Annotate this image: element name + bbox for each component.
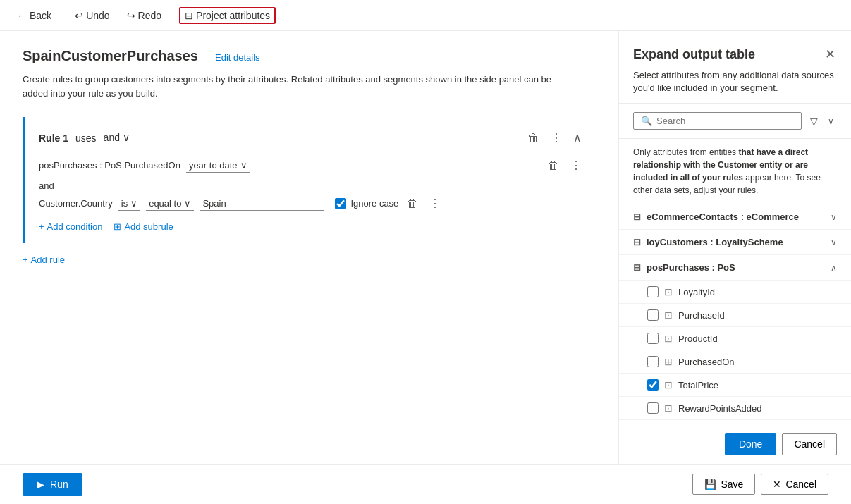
attr-icon-purchaseid: ⊡ [664, 309, 673, 321]
redo-button[interactable]: ↪ Redo [121, 7, 167, 24]
attr-label-loyaltyid: LoyaltyId [678, 287, 715, 297]
group-ecommerce-header[interactable]: ⊟ eCommerceContacts : eCommerce ∨ [619, 204, 851, 230]
project-attributes-button[interactable]: ⊟ Project attributes [179, 7, 276, 24]
edit-details-link[interactable]: Edit details [215, 52, 260, 63]
back-button[interactable]: ← Back [11, 7, 57, 24]
and-separator: and [39, 180, 584, 191]
condition2-operator1-dropdown[interactable]: is ∨ [118, 197, 140, 211]
add-subrule-button[interactable]: ⊞ Add subrule [114, 221, 173, 232]
rule-name: Rule 1 [39, 133, 68, 144]
redo-icon: ↪ [127, 10, 135, 21]
rule-label: Rule 1 uses and ∨ [39, 130, 133, 145]
condition2-value-input[interactable] [200, 197, 324, 211]
group1-name: eCommerceContacts : eCommerce [647, 211, 799, 222]
condition1-delete-button[interactable]: 🗑 [545, 156, 562, 175]
group-pos-label: ⊟ posPurchases : PoS [633, 262, 735, 273]
attr-checkbox-purchaseid[interactable] [647, 309, 659, 321]
cancel-label: Cancel [785, 479, 816, 490]
undo-button[interactable]: ↩ Undo [69, 7, 115, 24]
add-rule-label: Add rule [31, 254, 65, 265]
chevron-up-icon: ∧ [831, 263, 837, 273]
ignore-case-checkbox[interactable] [335, 198, 346, 209]
attr-checkbox-rewardpoints[interactable] [647, 402, 659, 414]
filter-button[interactable]: ▽ [807, 113, 821, 130]
search-input[interactable] [656, 116, 794, 126]
chevron-down-icon: ∨ [123, 132, 130, 143]
condition2-row: Customer.Country is ∨ equal to ∨ Ignore … [39, 194, 584, 213]
add-condition-button[interactable]: + Add condition [39, 221, 102, 232]
rule-more-button[interactable]: ⋮ [548, 128, 565, 147]
cancel-button[interactable]: ✕ Cancel [761, 474, 828, 495]
attr-icon-productid: ⊡ [664, 333, 673, 344]
project-icon: ⊟ [185, 10, 193, 21]
chevron-down-icon4: ∨ [184, 198, 191, 209]
attr-checkbox-productid[interactable] [647, 333, 659, 344]
attr-item-rewardpoints: ⊡ RewardPointsAdded [619, 397, 851, 420]
attr-checkbox-purchasedon[interactable] [647, 356, 659, 367]
condition2-more-button[interactable]: ⋮ [427, 194, 443, 213]
right-panel-footer: Done Cancel [619, 424, 851, 464]
group-ecommerce-label: ⊟ eCommerceContacts : eCommerce [633, 211, 799, 222]
add-condition-label: Add condition [47, 221, 103, 232]
bottom-bar: ▶ Run 💾 Save ✕ Cancel [0, 464, 851, 504]
run-button[interactable]: ▶ Run [23, 473, 82, 496]
chevron-down-icon3: ∨ [130, 198, 137, 209]
condition1-operator-label: year to date [189, 160, 238, 171]
attr-item-totalprice: ⊡ TotalPrice [619, 374, 851, 397]
attr-icon-loyaltyid: ⊡ [664, 286, 673, 297]
right-panel: Expand output table ✕ Select attributes … [618, 31, 851, 464]
condition2-field: Customer.Country [39, 198, 113, 209]
condition1-operator-dropdown[interactable]: year to date ∨ [186, 159, 250, 173]
plus-icon: + [39, 221, 44, 232]
add-rule-plus-icon: + [23, 254, 28, 265]
rule-header: Rule 1 uses and ∨ 🗑 ⋮ ∧ [39, 128, 584, 147]
attr-item-purchaseid: ⊡ PurchaseId [619, 304, 851, 327]
attr-icon-rewardpoints: ⊡ [664, 402, 673, 414]
save-button[interactable]: 💾 Save [692, 474, 755, 495]
search-input-wrap: 🔍 [633, 112, 802, 130]
group-pos-header[interactable]: ⊟ posPurchases : PoS ∧ [619, 255, 851, 281]
condition2-op1-label: is [121, 198, 128, 209]
attr-label-purchaseid: PurchaseId [678, 310, 725, 321]
rule-delete-button[interactable]: 🗑 [525, 129, 542, 147]
footer-cancel-button[interactable]: Cancel [782, 433, 837, 455]
right-panel-title-row: Expand output table ✕ [633, 45, 837, 63]
add-rule-button[interactable]: + Add rule [23, 254, 65, 265]
rule-collapse-button[interactable]: ∧ [570, 128, 584, 147]
undo-icon: ↩ [75, 10, 83, 21]
condition1-more-button[interactable]: ⋮ [568, 156, 584, 175]
table-icon1: ⊟ [633, 211, 641, 222]
group-loyalty-header[interactable]: ⊟ loyCustomers : LoyaltyScheme ∨ [619, 230, 851, 255]
attr-checkbox-loyaltyid[interactable] [647, 286, 659, 297]
done-button[interactable]: Done [725, 433, 776, 455]
ignore-case-wrap: Ignore case [335, 198, 398, 209]
right-panel-header: Expand output table ✕ Select attributes … [619, 31, 851, 104]
add-rule-wrap: + Add rule [23, 254, 596, 265]
chevron-down-filter-button[interactable]: ∨ [825, 113, 837, 129]
condition2-operator2-dropdown[interactable]: equal to ∨ [146, 197, 194, 211]
condition2-delete-button[interactable]: 🗑 [404, 195, 421, 213]
attr-list: ⊟ eCommerceContacts : eCommerce ∨ ⊟ loyC… [619, 204, 851, 424]
attr-item-loyaltyid: ⊡ LoyaltyId [619, 281, 851, 304]
attr-checkbox-totalprice[interactable] [647, 379, 659, 391]
project-attributes-label: Project attributes [196, 10, 270, 21]
rule-operator-dropdown[interactable]: and ∨ [101, 130, 133, 145]
right-panel-close-button[interactable]: ✕ [824, 45, 837, 63]
attr-label-purchasedon: PurchasedOn [678, 357, 735, 367]
right-panel-title: Expand output table [633, 47, 755, 62]
page-title: SpainCustomerPurchases [23, 48, 198, 64]
group2-name: loyCustomers : LoyaltyScheme [647, 237, 783, 247]
back-icon: ← [17, 10, 27, 21]
table-icon2: ⊟ [633, 237, 641, 247]
run-play-icon: ▶ [37, 479, 44, 490]
run-label: Run [50, 479, 68, 490]
rule-block: Rule 1 uses and ∨ 🗑 ⋮ ∧ posPurchases : P… [23, 117, 596, 243]
toolbar: ← Back ↩ Undo ↪ Redo ⊟ Project attribute… [0, 0, 851, 31]
add-row: + Add condition ⊞ Add subrule [39, 221, 584, 232]
redo-label: Redo [138, 10, 161, 21]
search-icon: 🔍 [641, 116, 652, 126]
uses-text: uses [75, 133, 97, 144]
info-text: Only attributes from entities that have … [619, 139, 851, 204]
attr-label-productid: ProductId [678, 333, 718, 344]
condition1-row: posPurchases : PoS.PurchasedOn year to d… [39, 156, 584, 175]
